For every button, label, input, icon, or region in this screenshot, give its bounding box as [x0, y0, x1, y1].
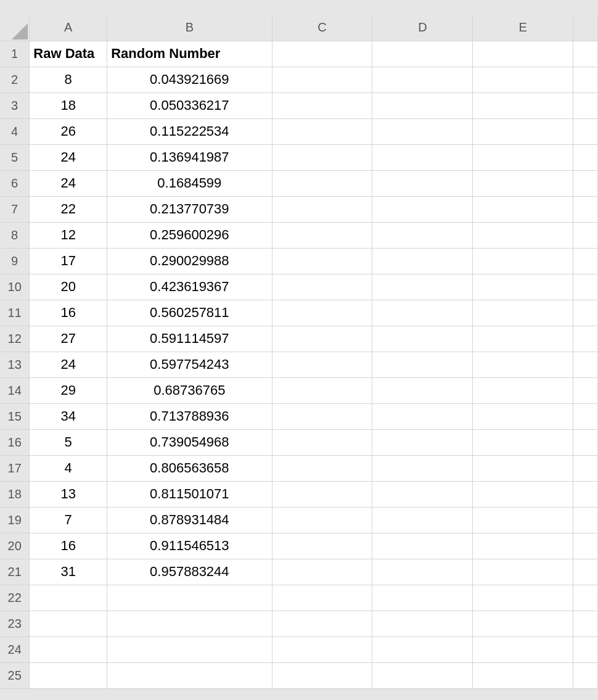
grid[interactable]: A B C D E 1Raw DataRandom Number280.0439…	[0, 15, 598, 689]
cell-E4[interactable]	[473, 118, 573, 144]
cell-E3[interactable]	[473, 93, 573, 118]
row-header-1[interactable]: 1	[0, 41, 30, 67]
cell-A17[interactable]: 4	[30, 455, 107, 481]
cell-C1[interactable]	[272, 41, 372, 67]
cell-F3[interactable]	[573, 93, 598, 118]
cell-E9[interactable]	[473, 248, 573, 274]
cell-E2[interactable]	[473, 67, 573, 93]
cell-E23[interactable]	[473, 611, 573, 636]
row-header-10[interactable]: 10	[0, 274, 30, 300]
cell-D18[interactable]	[372, 481, 473, 507]
cell-E7[interactable]	[473, 196, 573, 222]
cell-A11[interactable]: 16	[30, 300, 107, 326]
cell-D17[interactable]	[372, 455, 473, 481]
cell-E24[interactable]	[473, 636, 573, 662]
cell-A25[interactable]	[30, 662, 107, 688]
cell-F9[interactable]	[573, 248, 598, 274]
cell-F8[interactable]	[573, 222, 598, 248]
row-header-2[interactable]: 2	[0, 67, 30, 93]
cell-B11[interactable]: 0.560257811	[107, 300, 272, 326]
row-header-3[interactable]: 3	[0, 93, 30, 118]
cell-C14[interactable]	[272, 377, 372, 403]
cell-B23[interactable]	[107, 611, 272, 636]
cell-A9[interactable]: 17	[30, 248, 107, 274]
cell-C16[interactable]	[272, 429, 372, 455]
cell-E25[interactable]	[473, 662, 573, 688]
cell-B21[interactable]: 0.957883244	[107, 559, 272, 585]
cell-C15[interactable]	[272, 403, 372, 429]
row-header-15[interactable]: 15	[0, 403, 30, 429]
column-header-E[interactable]: E	[473, 15, 573, 41]
cell-D14[interactable]	[372, 377, 473, 403]
cell-A13[interactable]: 24	[30, 352, 107, 377]
row-header-7[interactable]: 7	[0, 196, 30, 222]
row-header-16[interactable]: 16	[0, 429, 30, 455]
cell-D20[interactable]	[372, 533, 473, 559]
cell-C4[interactable]	[272, 118, 372, 144]
row-header-14[interactable]: 14	[0, 377, 30, 403]
cell-B5[interactable]: 0.136941987	[107, 144, 272, 170]
cell-B22[interactable]	[107, 585, 272, 611]
row-header-25[interactable]: 25	[0, 662, 30, 688]
cell-A18[interactable]: 13	[30, 481, 107, 507]
cell-F2[interactable]	[573, 67, 598, 93]
cell-F19[interactable]	[573, 507, 598, 533]
column-header-D[interactable]: D	[372, 15, 473, 41]
cell-D4[interactable]	[372, 118, 473, 144]
cell-B2[interactable]: 0.043921669	[107, 67, 272, 93]
cell-A2[interactable]: 8	[30, 67, 107, 93]
cell-C24[interactable]	[272, 636, 372, 662]
cell-D1[interactable]	[372, 41, 473, 67]
cell-A20[interactable]: 16	[30, 533, 107, 559]
cell-A14[interactable]: 29	[30, 377, 107, 403]
cell-A7[interactable]: 22	[30, 196, 107, 222]
cell-C22[interactable]	[272, 585, 372, 611]
cell-D9[interactable]	[372, 248, 473, 274]
cell-D15[interactable]	[372, 403, 473, 429]
cell-D16[interactable]	[372, 429, 473, 455]
column-header-partial[interactable]	[573, 15, 598, 41]
cell-B13[interactable]: 0.597754243	[107, 352, 272, 377]
cell-E11[interactable]	[473, 300, 573, 326]
row-header-4[interactable]: 4	[0, 118, 30, 144]
cell-B15[interactable]: 0.713788936	[107, 403, 272, 429]
cell-A23[interactable]	[30, 611, 107, 636]
cell-F11[interactable]	[573, 300, 598, 326]
cell-A4[interactable]: 26	[30, 118, 107, 144]
cell-C13[interactable]	[272, 352, 372, 377]
row-header-19[interactable]: 19	[0, 507, 30, 533]
cell-B9[interactable]: 0.290029988	[107, 248, 272, 274]
cell-C18[interactable]	[272, 481, 372, 507]
cell-B1[interactable]: Random Number	[107, 41, 272, 67]
cell-A6[interactable]: 24	[30, 170, 107, 196]
cell-F12[interactable]	[573, 326, 598, 352]
cell-E5[interactable]	[473, 144, 573, 170]
cell-C8[interactable]	[272, 222, 372, 248]
cell-C11[interactable]	[272, 300, 372, 326]
cell-D12[interactable]	[372, 326, 473, 352]
cell-F22[interactable]	[573, 585, 598, 611]
row-header-6[interactable]: 6	[0, 170, 30, 196]
spreadsheet[interactable]: A B C D E 1Raw DataRandom Number280.0439…	[0, 15, 598, 689]
cell-D24[interactable]	[372, 636, 473, 662]
cell-F16[interactable]	[573, 429, 598, 455]
row-header-23[interactable]: 23	[0, 611, 30, 636]
cell-F15[interactable]	[573, 403, 598, 429]
cell-F1[interactable]	[573, 41, 598, 67]
cell-D8[interactable]	[372, 222, 473, 248]
cell-F6[interactable]	[573, 170, 598, 196]
cell-A24[interactable]	[30, 636, 107, 662]
cell-A16[interactable]: 5	[30, 429, 107, 455]
select-all-corner[interactable]	[0, 15, 30, 41]
cell-E6[interactable]	[473, 170, 573, 196]
cell-D19[interactable]	[372, 507, 473, 533]
cell-C10[interactable]	[272, 274, 372, 300]
cell-F25[interactable]	[573, 662, 598, 688]
row-header-24[interactable]: 24	[0, 636, 30, 662]
cell-A8[interactable]: 12	[30, 222, 107, 248]
cell-F14[interactable]	[573, 377, 598, 403]
row-header-12[interactable]: 12	[0, 326, 30, 352]
cell-E10[interactable]	[473, 274, 573, 300]
cell-D6[interactable]	[372, 170, 473, 196]
cell-D2[interactable]	[372, 67, 473, 93]
